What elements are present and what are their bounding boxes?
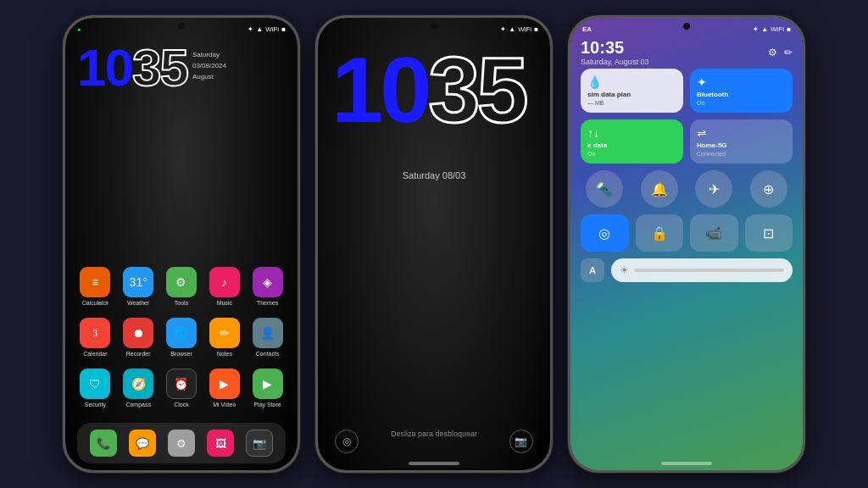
app-playstore[interactable]: ▶ Play Store [250, 369, 286, 408]
app-compass[interactable]: 🧭 Compass [120, 369, 156, 408]
brightness-bar [634, 269, 784, 272]
dock-messages[interactable]: 💬 [125, 430, 160, 457]
weather-icon: 31° [123, 267, 153, 297]
wifi-icon-3: WiFi [771, 25, 784, 33]
app-grid: ≡ Calculator 31° Weather ⚙ [65, 267, 298, 419]
music-label: Music [217, 300, 232, 306]
mivideo-icon: ▶ [209, 369, 240, 399]
cc-row-2: ↑↓ e data On ⇌ Home-5G Connected [581, 119, 793, 164]
app-themes[interactable]: ◈ Themes [250, 267, 286, 306]
lock-bottom-icon-left[interactable]: ◎ [335, 430, 359, 453]
calculator-icon: ≡ [80, 267, 110, 297]
cc-tile-bluetooth[interactable]: ✦ Bluetooth On [690, 69, 793, 113]
notes-label: Notes [217, 351, 232, 357]
dock-phone[interactable]: 📞 [86, 430, 121, 457]
weather-label: Weather [127, 300, 149, 306]
status-icons-2: ✦ ▲ WiFi ■ [500, 25, 538, 33]
time-hour: 10 [77, 42, 132, 94]
status-icons-1: ✦ ▲ WiFi ■ [248, 25, 286, 33]
cc-time: 10:35 [581, 38, 648, 58]
cc-privacy-button[interactable]: ⊕ [750, 170, 787, 208]
cc-lock-tile[interactable]: 🔒 [636, 214, 684, 252]
data-plan-icon: 💧 [587, 75, 676, 89]
cc-tile-wifi[interactable]: ⇌ Home-5G Connected [690, 119, 793, 164]
cc-brightness-slider[interactable]: ☀ [611, 258, 793, 282]
app-calculator[interactable]: ≡ Calculator [77, 267, 113, 306]
music-icon: ♪ [209, 267, 240, 297]
edit-icon-cc[interactable]: ✏ [784, 47, 793, 58]
cc-airplane-button[interactable]: ✈ [695, 170, 732, 208]
bluetooth-label: Bluetooth [697, 91, 786, 98]
brightness-icon: ☀ [620, 264, 629, 276]
app-music[interactable]: ♪ Music [207, 267, 242, 306]
lock-date: Saturday 08/03 [318, 170, 550, 180]
status-icons-3: ✦ ▲ WiFi ■ [753, 25, 791, 33]
tools-label: Tools [175, 300, 188, 306]
gallery-icon: 🖼 [207, 430, 234, 457]
app-calendar[interactable]: 3 Calendar [77, 318, 113, 357]
cc-video-tile[interactable]: 📹 [690, 214, 738, 252]
cc-grid: 💧 sim data plan — MB ✦ Bluetooth On ↑↓ e… [581, 69, 793, 289]
bell-icon: 🔔 [651, 181, 668, 197]
app-security[interactable]: 🛡 Security [77, 369, 113, 408]
data-plan-sub: — MB [587, 100, 676, 106]
home-indicator-3 [661, 462, 712, 465]
cc-tile-mobile-data[interactable]: ↑↓ e data On [581, 119, 683, 164]
clock-label: Clock [174, 402, 189, 408]
dock-settings[interactable]: ⚙ [164, 430, 199, 457]
lock-screen-bg: ● ✦ ▲ WiFi ■ 10 35 Saturday 08/03 ◎ [318, 18, 550, 470]
bluetooth-sub: On [697, 100, 786, 106]
phone-3: EA ✦ ▲ WiFi ■ 10:35 Saturday, August 03 … [568, 15, 805, 473]
cc-screen-tile[interactable]: ⊡ [745, 214, 793, 252]
control-center-bg: EA ✦ ▲ WiFi ■ 10:35 Saturday, August 03 … [570, 18, 803, 470]
cc-bell-button[interactable]: 🔔 [641, 170, 678, 208]
app-contacts[interactable]: 👤 Contacts [250, 318, 286, 357]
mivideo-label: Mi Video [213, 402, 236, 408]
signal-icon: ▲ [256, 25, 263, 33]
lock-time-display: 10 35 [331, 43, 526, 136]
lock-icons-row: ◎ Desliza para desbloquear 📷 [318, 430, 550, 453]
cc-torch-button[interactable]: 🔦 [586, 170, 623, 208]
cc-tile-data-plan[interactable]: 💧 sim data plan — MB [581, 69, 683, 113]
date-line1: Saturday [192, 50, 226, 61]
date-line2: 03/08/2024 [192, 61, 226, 72]
app-tools[interactable]: ⚙ Tools [164, 267, 199, 306]
app-mivideo[interactable]: ▶ Mi Video [207, 369, 242, 408]
app-clock[interactable]: ⏰ Clock [164, 369, 199, 408]
lock-bottom-area: ◎ Desliza para desbloquear 📷 [318, 430, 550, 453]
privacy-icon: ⊕ [763, 181, 774, 197]
wifi-sub: Connected [697, 151, 786, 157]
themes-icon: ◈ [253, 267, 283, 297]
circle-icon: ◎ [342, 435, 351, 447]
camera-dot-3 [683, 23, 690, 30]
screen-icon: ⊡ [763, 225, 774, 241]
bluetooth-icon: ✦ [248, 25, 253, 33]
cc-brightness-row: A ☀ [581, 258, 793, 282]
calendar-icon: 3 [80, 318, 110, 348]
bluetooth-icon-2: ✦ [500, 25, 506, 33]
lock-hour: 10 [331, 43, 428, 136]
lock-bottom-icon-right[interactable]: 📷 [509, 430, 533, 453]
app-weather[interactable]: 31° Weather [120, 267, 156, 306]
dock-camera[interactable]: 📷 [242, 430, 277, 457]
cc-location-tile[interactable]: ◎ [581, 214, 629, 252]
app-browser[interactable]: 🌐 Browser [164, 318, 199, 357]
phone-1: ● ✦ ▲ WiFi ■ 10 35 Saturday 03/08/2024 A… [63, 15, 300, 473]
font-icon: A [589, 265, 596, 275]
contacts-label: Contacts [256, 351, 280, 357]
date-line3: August [192, 72, 226, 83]
date-info: Saturday 03/08/2024 August [192, 50, 226, 82]
home-indicator-2 [409, 462, 459, 465]
app-recorder[interactable]: ⏺ Recorder [120, 318, 156, 357]
cc-font-button[interactable]: A [581, 258, 604, 282]
mobile-data-icon: ↑↓ [587, 126, 676, 140]
battery-icon-2: ■ [534, 25, 538, 33]
battery-icon: ■ [281, 25, 286, 33]
settings-icon-cc[interactable]: ⚙ [768, 47, 777, 58]
clock-icon: ⏰ [166, 369, 197, 399]
playstore-icon: ▶ [253, 369, 283, 399]
contacts-icon: 👤 [253, 318, 283, 348]
phone-icon: 📞 [90, 430, 117, 457]
app-notes[interactable]: ✏ Notes [207, 318, 242, 357]
dock-gallery[interactable]: 🖼 [203, 430, 238, 457]
